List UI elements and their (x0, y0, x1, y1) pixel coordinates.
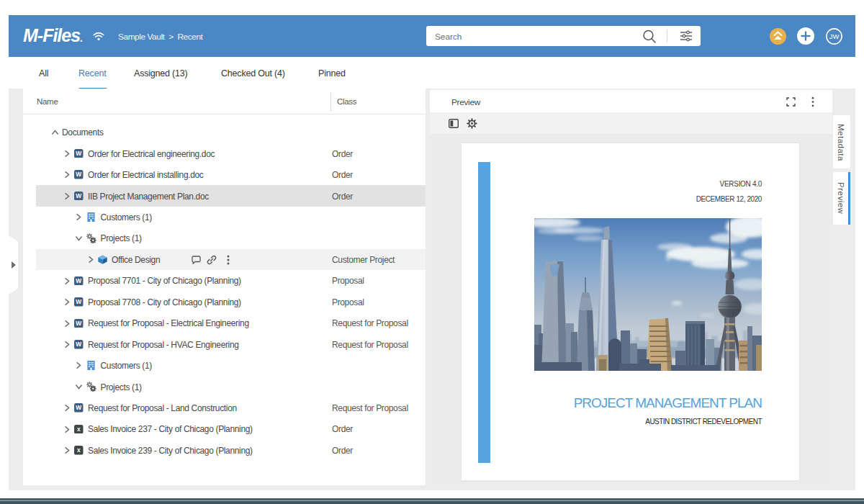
svg-text:W: W (76, 171, 81, 179)
svg-text:W: W (76, 277, 81, 284)
svg-text:x: x (77, 446, 81, 454)
svg-text:W: W (76, 405, 81, 412)
svg-text:x: x (77, 426, 81, 433)
svg-text:JW: JW (829, 32, 839, 40)
svg-text:W: W (76, 320, 81, 327)
svg-text:W: W (76, 298, 81, 305)
svg-text:W: W (76, 192, 81, 199)
svg-text:W: W (76, 341, 81, 348)
svg-text:W: W (76, 150, 81, 157)
